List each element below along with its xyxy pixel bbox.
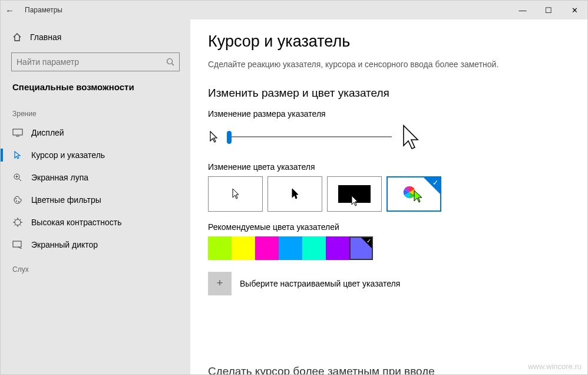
sidebar-item-label: Высокая контрастность [31,218,121,227]
svg-line-1 [172,64,174,66]
color-swatch[interactable] [326,236,349,260]
svg-line-5 [19,179,21,181]
minimize-button[interactable]: — [510,1,536,19]
small-cursor-icon [208,130,219,144]
page-description: Сделайте реакцию указателя, курсора и се… [208,59,514,70]
pointer-color-inverted[interactable] [327,176,382,212]
group-hearing: Слух [1,256,190,277]
search-box[interactable] [11,52,180,71]
color-swatch[interactable] [302,236,326,260]
svg-point-0 [167,59,173,64]
section-cursor-visibility: Сделать курсор более заметным при вводе [208,365,435,374]
pointer-color-white[interactable] [208,176,263,212]
svg-point-10 [18,201,19,202]
add-custom-color-button[interactable]: + [208,272,232,295]
svg-line-17 [20,225,21,226]
sidebar-item-label: Цветные фильтры [31,195,101,205]
svg-rect-20 [13,241,21,247]
close-button[interactable]: ✕ [561,1,587,19]
color-swatch[interactable] [208,236,232,260]
back-button[interactable]: ← [5,5,14,15]
label-pointer-size: Изменение размера указателя [208,109,570,119]
color-swatch[interactable] [232,236,255,260]
main-content: Курсор и указатель Сделайте реакцию указ… [190,19,587,374]
window-controls: — ☐ ✕ [510,1,587,19]
cursor-icon [12,150,23,160]
large-cursor-icon [400,123,421,150]
home-icon [12,32,22,42]
sidebar-item-cursor[interactable]: Курсор и указатель [1,144,190,166]
search-icon [166,58,174,66]
group-vision: Зрение [1,100,190,121]
sidebar-item-color-filters[interactable]: Цветные фильтры [1,189,190,211]
label-pointer-color: Изменение цвета указателя [208,162,570,172]
maximize-button[interactable]: ☐ [536,1,561,19]
sidebar-item-label: Курсор и указатель [31,150,105,160]
section-size-color: Изменить размер и цвет указателя [208,87,570,100]
pointer-size-slider[interactable] [227,136,392,137]
sidebar-item-label: Экранный диктор [31,240,98,249]
sidebar-item-display[interactable]: Дисплей [1,121,190,144]
svg-line-18 [15,225,16,226]
svg-point-9 [16,200,17,202]
pointer-color-custom[interactable]: ✓ [387,176,441,212]
sidebar-item-label: Дисплей [31,128,64,137]
pointer-color-black[interactable] [267,176,322,212]
svg-line-19 [20,219,21,221]
color-swatch[interactable] [279,236,302,260]
titlebar: ← Параметры — ☐ ✕ [1,1,587,19]
window-title: Параметры [25,6,62,14]
slider-thumb[interactable] [227,131,232,144]
contrast-icon [12,218,23,227]
check-icon: ✓ [432,179,438,187]
sidebar-item-narrator[interactable]: Экранный диктор [1,233,190,256]
watermark: www.wincore.ru [528,362,582,371]
sidebar-item-high-contrast[interactable]: Высокая контрастность [1,211,190,233]
home-nav[interactable]: Главная [1,27,190,48]
sidebar-item-magnifier[interactable]: Экранная лупа [1,166,190,189]
label-recommended-colors: Рекомендуемые цвета указателей [208,222,570,232]
category-title: Специальные возможности [1,77,190,100]
svg-line-16 [15,219,16,221]
custom-color-label: Выберите настраиваемый цвет указателя [240,279,400,288]
sidebar-item-label: Экранная лупа [31,173,88,182]
color-swatch[interactable] [255,236,279,260]
narrator-icon [12,241,23,249]
magnifier-icon [12,173,23,182]
palette-icon [12,195,23,205]
sidebar: Главная Специальные возможности Зрение Д… [1,19,190,374]
svg-point-8 [15,198,16,199]
recommended-swatches [208,236,570,260]
home-label: Главная [30,32,61,42]
page-title: Курсор и указатель [208,32,570,51]
search-input[interactable] [16,57,166,67]
color-swatch[interactable] [349,236,373,260]
svg-rect-2 [13,129,22,135]
display-icon [12,129,23,137]
